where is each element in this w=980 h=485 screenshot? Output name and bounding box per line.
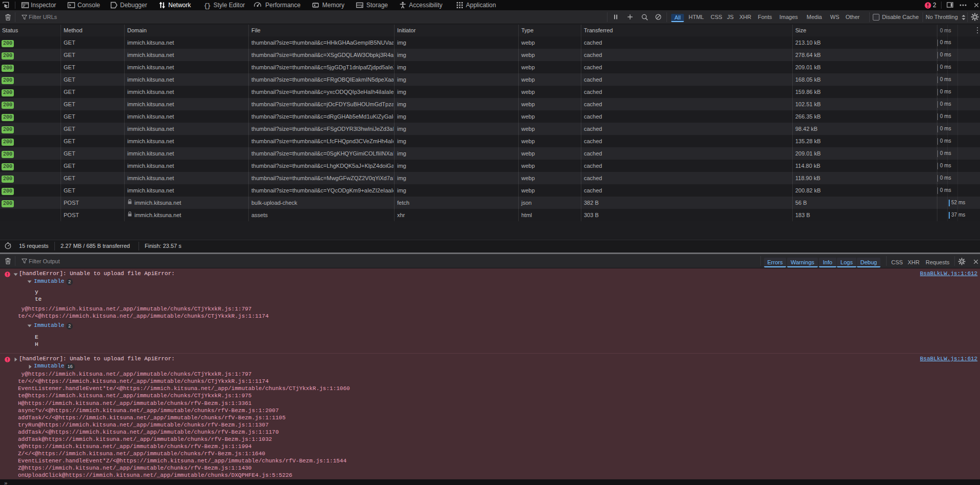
svg-text:{ }: { } — [204, 2, 211, 10]
